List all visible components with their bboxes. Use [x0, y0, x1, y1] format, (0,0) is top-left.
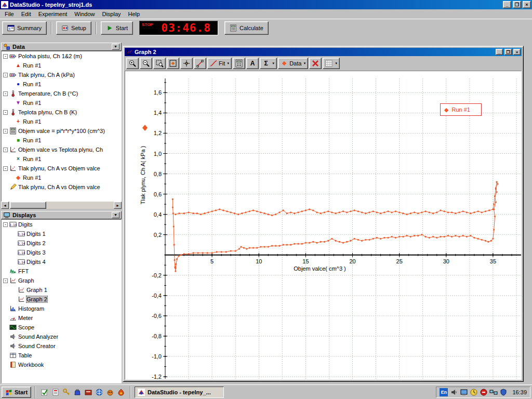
start-menu-button[interactable]: Start — [2, 387, 31, 398]
display-item-sound-analyzer[interactable]: -Sound Analyzer — [2, 332, 121, 341]
run-item[interactable]: ×Run #1 — [2, 154, 121, 164]
data-item-7[interactable]: -Tlak plynu, Ch A vs Objem valce — [2, 164, 121, 173]
network-icon[interactable] — [489, 388, 498, 396]
menu-help[interactable]: Help — [125, 10, 144, 18]
language-indicator[interactable]: En — [440, 388, 448, 396]
data-panel-header[interactable]: Data ▼ — [1, 43, 122, 51]
remove-button[interactable] — [309, 58, 322, 69]
display-item-table[interactable]: -Table — [2, 351, 121, 360]
text-icon: A — [248, 59, 257, 68]
quicklaunch-icon-4[interactable] — [72, 387, 83, 397]
zoom-select-button[interactable] — [153, 58, 166, 69]
start-button[interactable]: Start — [101, 21, 133, 35]
run-item[interactable]: ●Run #1 — [2, 79, 121, 89]
data-menu-button[interactable]: Data▼ — [278, 58, 308, 69]
menu-experiment[interactable]: Experiment — [35, 10, 71, 18]
tree-expand-toggle[interactable]: - — [3, 73, 8, 77]
tree-expand-toggle[interactable]: - — [3, 222, 8, 227]
graph-minimize-button[interactable]: _ — [496, 49, 503, 55]
menu-display[interactable]: Display — [98, 10, 124, 18]
quicklaunch-icon-1[interactable] — [39, 387, 50, 397]
shield-icon[interactable] — [499, 388, 508, 396]
display-item-sound-creator[interactable]: -Sound Creator — [2, 341, 121, 351]
run-item[interactable]: +Run #1 — [2, 117, 121, 126]
tree-expand-toggle[interactable]: - — [3, 166, 8, 171]
calculate-button[interactable]: Calculate — [224, 21, 269, 35]
scrollbar-track[interactable] — [9, 202, 114, 209]
zoom-out-button[interactable] — [140, 58, 152, 69]
quicklaunch-icon-7[interactable] — [105, 387, 115, 397]
close-button[interactable]: × — [523, 1, 531, 8]
calculate-tool-button[interactable] — [233, 58, 245, 69]
grid-settings-button[interactable]: ▼ — [323, 58, 340, 69]
fit-menu-button[interactable]: Fit▼ — [207, 58, 232, 69]
quicklaunch-icon-8[interactable] — [116, 387, 126, 397]
data-item-1[interactable]: -Poloha pistu, Ch 1&2 (m) — [2, 51, 121, 61]
antivirus-icon[interactable] — [480, 388, 488, 396]
graph-icon — [9, 277, 17, 284]
text-tool-button[interactable]: A — [246, 58, 259, 69]
tree-expand-toggle[interactable]: - — [3, 54, 8, 59]
display-item-digits-1[interactable]: -3.14Digits 1 — [2, 229, 121, 238]
slope-tool-button[interactable] — [194, 58, 206, 69]
graph-plot[interactable]: 1,61,41,21,00,80,60,40,2-0,2-0,4-0,6-0,8… — [125, 71, 522, 380]
data-item-4[interactable]: -Teplota plynu, Ch B (K) — [2, 108, 121, 117]
menu-window[interactable]: Window — [71, 10, 98, 18]
displays-panel-dropdown[interactable]: ▼ — [112, 212, 119, 218]
statistics-button[interactable]: Σ▼ — [260, 58, 277, 69]
tree-expand-toggle[interactable]: - — [3, 148, 8, 152]
display-item-workbook[interactable]: -Workbook — [2, 360, 121, 369]
run-item[interactable]: ◆Run #1 — [2, 173, 121, 182]
run-item[interactable]: ▲Run #1 — [2, 61, 121, 70]
data-item-2[interactable]: -Tlak plynu, Ch A (kPa) — [2, 70, 121, 79]
graph-close-button[interactable]: × — [513, 49, 521, 55]
tree-expand-toggle[interactable]: - — [3, 129, 8, 134]
data-item-5[interactable]: -Objem valce = pi*r*r*y*100 (cm^3) — [2, 126, 121, 136]
display-item-digits-4[interactable]: -3.14Digits 4 — [2, 257, 121, 267]
taskbar-task-datastudio[interactable]: DataStudio - tepelny_... — [135, 387, 224, 398]
graph-maximize-button[interactable]: ❐ — [504, 49, 512, 55]
display-item-fft[interactable]: -FFT — [2, 267, 121, 276]
displays-panel-header[interactable]: Displays ▼ — [1, 211, 122, 219]
data-item-6[interactable]: -Objem valce vs Teplota plynu, Ch — [2, 145, 121, 154]
quicklaunch-icon-2[interactable] — [50, 387, 61, 397]
display-item-digits-3[interactable]: -3.14Digits 3 — [2, 248, 121, 257]
display-item-meter[interactable]: -Meter — [2, 313, 121, 323]
display-settings-icon[interactable] — [460, 388, 468, 396]
data-item-3[interactable]: -Temperature, Ch B (°C) — [2, 89, 121, 98]
display-item-graph-2[interactable]: -Graph 2 — [2, 295, 121, 304]
tree-expand-toggle[interactable]: - — [3, 91, 8, 96]
quicklaunch-icon-3[interactable] — [61, 387, 72, 397]
setup-button[interactable]: Setup — [56, 21, 91, 35]
maximize-button[interactable]: ❐ — [513, 1, 521, 8]
display-item-graph-1[interactable]: -Graph 1 — [2, 285, 121, 295]
graph-window-titlebar[interactable]: Graph 2 _ ❐ × — [125, 48, 522, 56]
display-item-histogram[interactable]: -Histogram — [2, 304, 121, 313]
scheduler-icon[interactable] — [470, 388, 478, 396]
run-item[interactable]: ■Run #1 — [2, 136, 121, 145]
quicklaunch-icon-5[interactable] — [83, 387, 94, 397]
menu-file[interactable]: File — [1, 10, 18, 18]
run-item[interactable]: ▼Run #1 — [2, 98, 121, 108]
volume-icon[interactable] — [450, 388, 458, 396]
display-item-digits[interactable]: -3.14Digits — [2, 220, 121, 229]
scroll-left-button[interactable]: ◄ — [1, 202, 9, 209]
minimize-button[interactable]: _ — [503, 1, 511, 8]
tree-expand-toggle[interactable]: - — [3, 278, 8, 283]
menu-edit[interactable]: Edit — [18, 10, 35, 18]
zoom-in-button[interactable] — [126, 58, 139, 69]
data-panel-dropdown[interactable]: ▼ — [112, 44, 119, 50]
graph-legend[interactable]: ◆ Run #1 — [440, 103, 482, 116]
data-item-8[interactable]: -Tlak plynu, Ch A vs Objem valce — [2, 182, 121, 192]
data-panel-hscrollbar[interactable]: ◄ ► — [1, 202, 122, 209]
scrollbar-thumb[interactable] — [10, 202, 46, 209]
summary-button[interactable]: Summary — [2, 21, 47, 35]
quicklaunch-icon-6[interactable] — [94, 387, 104, 397]
smart-tool-button[interactable] — [180, 58, 193, 69]
display-item-scope[interactable]: -Scope — [2, 323, 121, 332]
scroll-right-button[interactable]: ► — [114, 202, 122, 209]
scale-to-fit-button[interactable] — [167, 58, 179, 69]
display-item-graph[interactable]: -Graph — [2, 276, 121, 285]
tree-expand-toggle[interactable]: - — [3, 110, 8, 115]
display-item-digits-2[interactable]: -3.14Digits 2 — [2, 238, 121, 248]
